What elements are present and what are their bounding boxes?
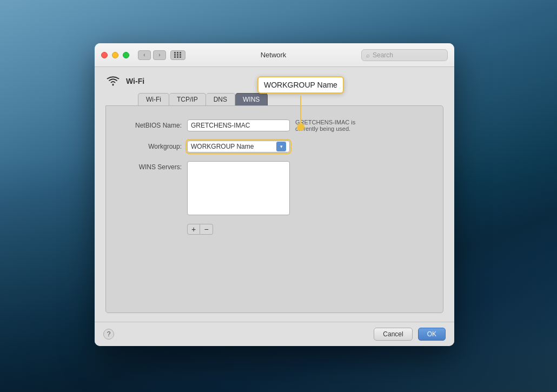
svg-point-0 (112, 84, 114, 86)
wins-servers-label: WINS Servers: (117, 161, 182, 171)
workgroup-row: Workgroup: WORKGROUP Name ▾ (117, 141, 432, 152)
netbios-input[interactable] (187, 119, 290, 131)
tab-wifi[interactable]: Wi-Fi (138, 93, 169, 105)
network-window: ‹ › Network ⌕ Search (95, 43, 454, 346)
window-footer: ? Cancel OK (95, 322, 454, 346)
interface-name: Wi-Fi (126, 77, 144, 85)
wins-servers-row: WINS Servers: (117, 161, 432, 215)
interface-header: Wi-Fi (105, 76, 443, 87)
maximize-button[interactable] (123, 52, 129, 58)
netbios-row: NetBIOS Name: GRETCHENS-IMAC is currentl… (117, 119, 432, 132)
wins-panel: WORKGROUP Name NetBIOS Name: GRETCHENS-I… (105, 105, 443, 313)
workgroup-value: WORKGROUP Name (191, 143, 254, 150)
minimize-button[interactable] (112, 52, 118, 58)
add-remove-row: + − (187, 224, 432, 235)
netbios-label: NetBIOS Name: (117, 122, 182, 129)
grid-button[interactable] (170, 50, 185, 60)
wifi-icon (105, 76, 121, 87)
close-button[interactable] (101, 52, 108, 58)
window-content: Wi-Fi Wi-Fi TCP/IP DNS WINS WORKGROUP Na… (95, 67, 454, 322)
back-button[interactable]: ‹ (138, 50, 151, 60)
dropdown-arrow-icon[interactable]: ▾ (276, 142, 286, 151)
window-title: Network (185, 51, 361, 59)
titlebar: ‹ › Network ⌕ Search (95, 43, 454, 67)
search-input[interactable]: Search (373, 51, 443, 59)
tab-tcpip[interactable]: TCP/IP (169, 93, 206, 105)
workgroup-label: Workgroup: (117, 143, 182, 150)
footer-buttons: Cancel OK (374, 328, 446, 341)
remove-server-button[interactable]: − (200, 224, 213, 235)
cancel-button[interactable]: Cancel (374, 328, 412, 341)
add-server-button[interactable]: + (187, 224, 200, 235)
netbios-hint: GRETCHENS-IMAC is currently being used. (295, 119, 366, 132)
search-bar[interactable]: ⌕ Search (361, 49, 448, 61)
ok-button[interactable]: OK (418, 328, 446, 341)
workgroup-dropdown[interactable]: WORKGROUP Name ▾ (187, 141, 290, 152)
tabs-row: Wi-Fi TCP/IP DNS WINS (138, 93, 443, 105)
help-button[interactable]: ? (103, 329, 114, 340)
tab-dns[interactable]: DNS (206, 93, 235, 105)
tab-wins[interactable]: WINS (235, 93, 268, 105)
wins-servers-textarea[interactable] (187, 161, 290, 215)
forward-button[interactable]: › (153, 50, 166, 60)
traffic-lights (101, 52, 129, 58)
search-icon: ⌕ (366, 52, 370, 58)
nav-buttons: ‹ › (138, 50, 185, 60)
